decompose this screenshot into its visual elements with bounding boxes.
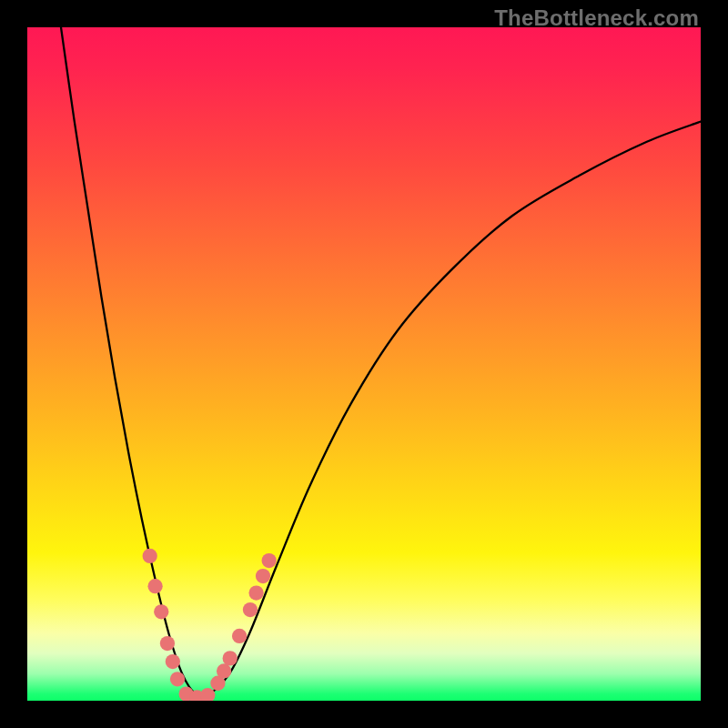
data-marker [243, 602, 258, 617]
data-marker [217, 663, 231, 678]
data-marker [223, 651, 238, 665]
marker-group [143, 549, 277, 701]
chart-frame: TheBottleneck.com [0, 0, 728, 728]
data-marker [232, 629, 247, 643]
data-marker [154, 604, 168, 619]
data-marker [166, 654, 180, 669]
watermark-text: TheBottleneck.com [494, 5, 699, 31]
data-marker [160, 636, 175, 651]
data-marker [248, 585, 263, 600]
chart-svg [27, 27, 701, 701]
chart-plot-area [27, 27, 701, 701]
data-marker [256, 569, 270, 583]
data-marker [200, 688, 215, 701]
data-marker [143, 549, 157, 563]
bottleneck-curve [61, 27, 701, 696]
data-marker [262, 553, 277, 568]
data-marker [170, 672, 185, 686]
data-marker [147, 579, 162, 593]
